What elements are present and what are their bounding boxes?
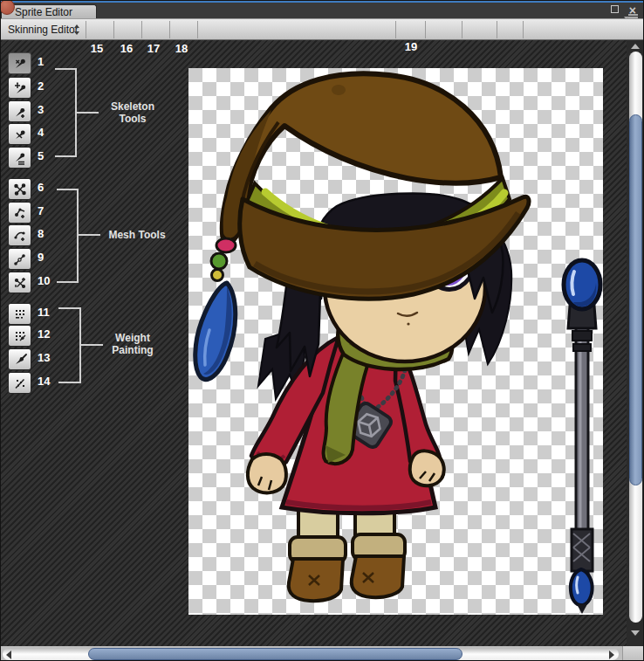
- tool-number: 5: [38, 149, 57, 162]
- scrollbar-corner: [622, 646, 644, 661]
- split-edge-button[interactable]: [8, 248, 31, 270]
- vertical-scrollbar: [627, 40, 644, 646]
- weight-slider-icon: [16, 332, 25, 341]
- horizontal-scroll-thumb[interactable]: [88, 648, 462, 660]
- group-label-skeleton-tools: Skeleton Tools: [102, 100, 163, 125]
- vertical-scroll-thumb[interactable]: [629, 114, 642, 485]
- move-bone-icon: [15, 82, 25, 93]
- tool-number: 8: [38, 227, 57, 240]
- scroll-right-icon[interactable]: [609, 651, 614, 659]
- split-edge-icon: [14, 254, 25, 265]
- sprite-editor-window: Sprite Editor × Skinning Editor: [0, 0, 644, 661]
- sprite-canvas[interactable]: [188, 68, 603, 615]
- toolbar: Skinning Editor: [1, 18, 644, 40]
- tool-number: 9: [38, 251, 57, 264]
- move-bone-button[interactable]: [8, 77, 31, 99]
- create-bone-button[interactable]: [8, 100, 31, 122]
- toolbar-number: 15: [87, 42, 106, 55]
- edit-geometry-button[interactable]: [8, 178, 31, 200]
- toolbar-number: 18: [172, 42, 191, 55]
- edit-geometry-icon: [15, 184, 25, 195]
- weight-brush-icon: [16, 355, 26, 364]
- reparent-bone-button[interactable]: [8, 147, 31, 169]
- tool-number: 1: [38, 55, 57, 68]
- auto-weights-icon: [16, 310, 24, 319]
- auto-geometry-button[interactable]: [8, 272, 31, 293]
- create-edge-icon: [14, 231, 24, 241]
- reparent-bone-icon: [16, 153, 24, 164]
- tool-number: 6: [38, 181, 57, 194]
- toolbar-number: 19: [401, 40, 421, 53]
- create-vertex-button[interactable]: [8, 202, 31, 224]
- edit-joints-icon: [16, 59, 25, 67]
- scroll-up-icon[interactable]: [631, 44, 640, 49]
- dropdown-arrows-icon: [74, 24, 80, 35]
- tool-number: 4: [38, 126, 57, 139]
- editor-viewport: 1 2 3 4 5 6 7 8 9 10 11 12 13 14 15 16 1…: [1, 40, 627, 646]
- group-label-mesh-tools: Mesh Tools: [102, 229, 172, 241]
- toolbar-number: 16: [117, 42, 136, 55]
- auto-weights-button[interactable]: [8, 303, 31, 325]
- create-edge-button[interactable]: [8, 224, 31, 246]
- tool-number: 2: [38, 79, 57, 93]
- tool-number: 11: [38, 306, 57, 319]
- split-bone-button[interactable]: [8, 123, 31, 145]
- mode-dropdown[interactable]: Skinning Editor: [3, 21, 85, 38]
- tool-number: 13: [38, 351, 57, 364]
- split-bone-icon: [16, 130, 25, 139]
- weight-brush-button[interactable]: [8, 348, 31, 370]
- edit-joints-button[interactable]: [8, 52, 31, 74]
- tool-number: 7: [38, 204, 57, 217]
- create-bone-icon: [16, 107, 24, 117]
- tool-number: 12: [38, 327, 57, 341]
- group-label-weight-painting: Weight Painting: [100, 332, 165, 356]
- tool-number: 3: [38, 103, 57, 116]
- auto-geometry-icon: [15, 278, 24, 287]
- maximize-icon[interactable]: [611, 5, 619, 13]
- weight-slider-button[interactable]: [8, 325, 31, 347]
- tool-number: 14: [38, 375, 57, 388]
- tool-number: 10: [38, 274, 57, 287]
- window-title: Sprite Editor: [15, 6, 72, 18]
- create-vertex-icon: [15, 208, 24, 218]
- horizontal-scrollbar: [1, 646, 622, 661]
- bone-influence-icon: [16, 379, 24, 388]
- bone-influence-button[interactable]: [8, 372, 31, 394]
- scroll-down-icon[interactable]: [631, 630, 640, 636]
- toolbar-number: 17: [144, 42, 163, 55]
- tab-bar: Sprite Editor ×: [1, 1, 644, 18]
- scroll-left-icon[interactable]: [6, 651, 11, 659]
